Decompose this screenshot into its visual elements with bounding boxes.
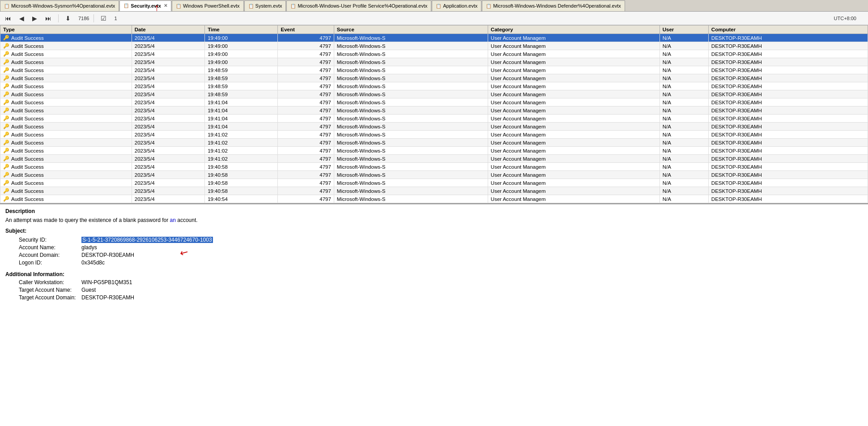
tab-label-defender: Microsoft-Windows-Windows Defender%4Oper… xyxy=(493,3,621,9)
col-event[interactable]: Event xyxy=(278,26,334,34)
cell-computer: DESKTOP-R30EAMH xyxy=(708,42,868,50)
checkbox-button[interactable]: ☑ xyxy=(98,13,109,23)
nav-first-button[interactable]: ⏮ xyxy=(3,13,13,23)
cell-category: User Account Managem xyxy=(488,66,660,74)
table-row[interactable]: 🔑Audit Success2023/5/419:41:024797Micros… xyxy=(0,131,868,139)
timezone-display: UTC+8:00 xyxy=(834,16,865,21)
cell-date: 2023/5/4 xyxy=(132,195,204,203)
cell-category: User Account Managem xyxy=(488,58,660,66)
tab-sysmon[interactable]: 📋 Microsoft-Windows-Sysmon%4Operational.… xyxy=(0,0,119,11)
table-row[interactable]: 🔑Audit Success2023/5/419:48:594797Micros… xyxy=(0,90,868,98)
tab-security[interactable]: 📋 Security.evtx ✕ xyxy=(119,0,171,11)
tab-label-powershell: Windows PowerShell.evtx xyxy=(183,3,240,9)
tab-application[interactable]: 📋 Application.evtx xyxy=(432,0,481,11)
event-table-container[interactable]: Type Date Time Event Source Category Use… xyxy=(0,25,868,204)
cell-type: 🔑Audit Success xyxy=(0,50,132,58)
table-row[interactable]: 🔑Audit Success2023/5/419:49:004797Micros… xyxy=(0,42,868,50)
table-row[interactable]: 🔑Audit Success2023/5/419:48:594797Micros… xyxy=(0,74,868,82)
cell-user: N/A xyxy=(660,74,708,82)
cell-type: 🔑Audit Success xyxy=(0,131,132,139)
col-date[interactable]: Date xyxy=(132,26,204,34)
key-icon: 🔑 xyxy=(3,172,9,178)
col-source[interactable]: Source xyxy=(334,26,488,34)
table-row[interactable]: 🔑Audit Success2023/5/419:41:024797Micros… xyxy=(0,155,868,163)
cell-date: 2023/5/4 xyxy=(132,34,204,42)
cell-type: 🔑Audit Success xyxy=(0,187,132,195)
table-row[interactable]: 🔑Audit Success2023/5/419:40:584797Micros… xyxy=(0,179,868,187)
tab-system[interactable]: 📋 System.evtx xyxy=(244,0,286,11)
cell-event: 4797 xyxy=(278,34,334,42)
tab-powershell[interactable]: 📋 Windows PowerShell.evtx xyxy=(172,0,244,11)
cell-computer: DESKTOP-R30EAMH xyxy=(708,106,868,115)
table-row[interactable]: 🔑Audit Success2023/5/419:41:024797Micros… xyxy=(0,139,868,147)
cell-date: 2023/5/4 xyxy=(132,90,204,98)
tab-icon-system: 📋 xyxy=(248,4,254,9)
cell-source: Microsoft-Windows-S xyxy=(334,147,488,155)
cell-event: 4797 xyxy=(278,74,334,82)
cell-user: N/A xyxy=(660,90,708,98)
cell-computer: DESKTOP-R30EAMH xyxy=(708,171,868,179)
tab-defender[interactable]: 📋 Microsoft-Windows-Windows Defender%4Op… xyxy=(482,0,625,11)
nav-next-button[interactable]: ▶ xyxy=(30,13,39,23)
table-row[interactable]: 🔑Audit Success2023/5/419:48:594797Micros… xyxy=(0,66,868,74)
cell-date: 2023/5/4 xyxy=(132,50,204,58)
cell-user: N/A xyxy=(660,82,708,90)
key-icon: 🔑 xyxy=(3,75,9,81)
cell-source: Microsoft-Windows-S xyxy=(334,106,488,115)
table-row[interactable]: 🔑Audit Success2023/5/419:48:594797Micros… xyxy=(0,82,868,90)
cell-user: N/A xyxy=(660,58,708,66)
description-panel: Description An attempt was made to query… xyxy=(0,204,868,426)
table-row[interactable]: 🔑Audit Success2023/5/419:40:544797Micros… xyxy=(0,195,868,203)
tab-close-security[interactable]: ✕ xyxy=(164,3,167,8)
export-button[interactable]: ⬇ xyxy=(63,13,73,23)
cell-type: 🔑Audit Success xyxy=(0,195,132,203)
cell-time: 19:48:59 xyxy=(205,82,278,90)
cell-event: 4797 xyxy=(278,58,334,66)
cell-category: User Account Managem xyxy=(488,123,660,131)
col-time[interactable]: Time xyxy=(205,26,278,34)
key-icon: 🔑 xyxy=(3,156,9,162)
cell-type: 🔑Audit Success xyxy=(0,163,132,171)
table-row[interactable]: 🔑Audit Success2023/5/419:40:584797Micros… xyxy=(0,187,868,195)
cell-type: 🔑Audit Success xyxy=(0,98,132,106)
field-value-security-id[interactable]: S-1-5-21-3720869868-2926106253-344672467… xyxy=(81,237,213,243)
toolbar: ⏮ ◀ ▶ ⏭ ⬇ 7186 ☑ 1 UTC+8:00 ↑ xyxy=(0,12,868,25)
table-row[interactable]: 🔑Audit Success2023/5/419:41:044797Micros… xyxy=(0,98,868,106)
table-row[interactable]: 🔑Audit Success2023/5/419:49:004797Micros… xyxy=(0,34,868,42)
key-icon: 🔑 xyxy=(3,188,9,194)
cell-date: 2023/5/4 xyxy=(132,139,204,147)
table-row[interactable]: 🔑Audit Success2023/5/419:41:044797Micros… xyxy=(0,115,868,123)
field-value-account-domain: DESKTOP-R30EAMH xyxy=(81,252,134,258)
table-row[interactable]: 🔑Audit Success2023/5/419:40:584797Micros… xyxy=(0,171,868,179)
table-row[interactable]: 🔑Audit Success2023/5/419:41:044797Micros… xyxy=(0,106,868,115)
cell-user: N/A xyxy=(660,163,708,171)
checked-count: 1 xyxy=(114,16,117,21)
cell-event: 4797 xyxy=(278,123,334,131)
col-user[interactable]: User xyxy=(660,26,708,34)
table-row[interactable]: 🔑Audit Success2023/5/419:41:044797Micros… xyxy=(0,123,868,131)
cell-computer: DESKTOP-R30EAMH xyxy=(708,34,868,42)
nav-prev-button[interactable]: ◀ xyxy=(17,13,26,23)
cell-type: 🔑Audit Success xyxy=(0,155,132,163)
cell-event: 4797 xyxy=(278,179,334,187)
cell-event: 4797 xyxy=(278,66,334,74)
tab-userprofile[interactable]: 📋 Microsoft-Windows-User Profile Service… xyxy=(286,0,431,11)
cell-date: 2023/5/4 xyxy=(132,98,204,106)
table-row[interactable]: 🔑Audit Success2023/5/419:41:024797Micros… xyxy=(0,147,868,155)
table-row[interactable]: 🔑Audit Success2023/5/419:49:004797Micros… xyxy=(0,58,868,66)
cell-computer: DESKTOP-R30EAMH xyxy=(708,147,868,155)
col-computer[interactable]: Computer xyxy=(708,26,868,34)
tab-icon-defender: 📋 xyxy=(486,4,491,9)
col-type[interactable]: Type xyxy=(0,26,132,34)
key-icon: 🔑 xyxy=(3,99,9,105)
table-row[interactable]: 🔑Audit Success2023/5/419:49:004797Micros… xyxy=(0,50,868,58)
nav-last-button[interactable]: ⏭ xyxy=(43,13,54,23)
cell-time: 19:40:58 xyxy=(205,171,278,179)
tab-label-system: System.evtx xyxy=(255,3,282,9)
key-icon: 🔑 xyxy=(3,51,9,57)
key-icon: 🔑 xyxy=(3,164,9,170)
col-category[interactable]: Category xyxy=(488,26,660,34)
field-logon-id: Logon ID: 0x345d8c xyxy=(5,260,863,266)
table-row[interactable]: 🔑Audit Success2023/5/419:40:584797Micros… xyxy=(0,163,868,171)
key-icon: 🔑 xyxy=(3,43,9,49)
